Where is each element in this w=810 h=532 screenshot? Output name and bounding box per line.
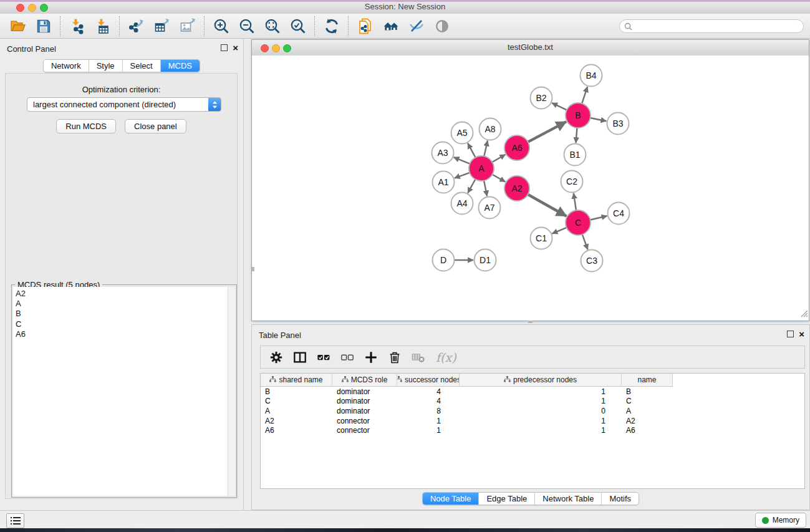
close-panel-button[interactable]: Close panel [125, 119, 186, 133]
select-all-rows-icon[interactable] [316, 349, 331, 365]
cell-successor-nodes[interactable]: 8 [397, 407, 460, 415]
cell-mcds-role[interactable]: connector [332, 417, 397, 425]
float-panel-icon[interactable] [221, 44, 228, 51]
graph-edge-B-B3[interactable] [591, 118, 607, 121]
frame-resize-tick[interactable] [528, 321, 533, 323]
hide-graphics-details-icon[interactable] [403, 16, 429, 37]
export-table-icon[interactable] [149, 16, 175, 37]
tab-network[interactable]: Network [44, 60, 89, 72]
cell-shared-name[interactable]: A2 [261, 417, 332, 425]
deselect-all-rows-icon[interactable] [339, 349, 355, 365]
column-header-mcds-role[interactable]: MCDS role [332, 374, 397, 387]
column-settings-gear-icon[interactable] [268, 349, 284, 365]
graph-edge-C-C1[interactable] [552, 228, 566, 234]
cell-shared-name[interactable]: C [261, 397, 332, 405]
table-row[interactable]: A2connector11A2 [261, 416, 804, 426]
import-table-icon[interactable] [90, 16, 115, 37]
graph-edge-A-A3[interactable] [454, 157, 470, 163]
cell-mcds-role[interactable]: connector [332, 426, 397, 435]
table-row[interactable]: Bdominator41B [261, 387, 804, 397]
graph-edge-A2-C[interactable] [528, 195, 566, 216]
graph-edge-B-B2[interactable] [552, 103, 567, 110]
run-mcds-button[interactable]: Run MCDS [56, 119, 116, 133]
delete-column-icon[interactable] [387, 349, 402, 365]
save-session-icon[interactable] [31, 16, 56, 37]
graph-edge-A-A2[interactable] [492, 175, 505, 182]
window-resize-grip[interactable] [799, 309, 808, 320]
graph-edge-B-B4[interactable] [582, 87, 587, 104]
cell-successor-nodes[interactable]: 1 [397, 426, 460, 435]
refresh-view-icon[interactable] [319, 16, 344, 37]
frame-resize-tick[interactable] [252, 267, 254, 271]
table-row[interactable]: A6connector11A6 [261, 425, 804, 435]
table-tab-network-table[interactable]: Network Table [535, 493, 602, 505]
graph-edge-B-B1[interactable] [576, 128, 577, 143]
export-image-icon[interactable] [175, 16, 200, 37]
zoom-out-icon[interactable] [234, 16, 259, 37]
cell-name[interactable]: A2 [622, 417, 673, 425]
cell-predecessor-nodes[interactable]: 1 [460, 387, 622, 396]
graph-edge-C-C4[interactable] [590, 216, 607, 220]
cell-mcds-role[interactable]: dominator [332, 397, 397, 405]
search-input[interactable] [619, 19, 804, 33]
graph-edge-A-A5[interactable] [468, 143, 475, 158]
table-tab-edge-table[interactable]: Edge Table [479, 493, 535, 505]
cell-name[interactable]: A6 [622, 426, 673, 435]
network-graph[interactable]: AA1A2A3A4A5A6A7A8BB1B2B3B4CC1C2C3C4DD1 [252, 56, 809, 321]
add-column-icon[interactable] [363, 349, 378, 365]
graph-edge-A-A6[interactable] [492, 155, 505, 162]
cell-name[interactable]: A [622, 407, 673, 415]
table-tab-node-table[interactable]: Node Table [423, 493, 480, 505]
float-panel-icon[interactable] [787, 331, 794, 337]
import-network-icon[interactable] [64, 16, 90, 37]
cell-predecessor-nodes[interactable]: 1 [460, 417, 622, 425]
cell-predecessor-nodes[interactable]: 1 [460, 426, 622, 435]
cell-mcds-role[interactable]: dominator [332, 407, 397, 415]
cell-predecessor-nodes[interactable]: 0 [460, 407, 622, 415]
tab-select[interactable]: Select [123, 60, 161, 72]
show-graphics-details-icon[interactable] [429, 16, 455, 37]
network-canvas[interactable]: AA1A2A3A4A5A6A7A8BB1B2B3B4CC1C2C3C4DD1 [252, 56, 809, 321]
graph-edge-C-C3[interactable] [582, 235, 588, 249]
column-header-name[interactable]: name [622, 374, 673, 387]
cell-successor-nodes[interactable]: 4 [397, 397, 460, 405]
open-home-icon[interactable] [378, 16, 403, 37]
graph-edge-A6-B[interactable] [528, 122, 566, 142]
mcds-result-item[interactable]: A [13, 299, 235, 309]
table-tab-motifs[interactable]: Motifs [602, 493, 639, 505]
export-network-icon[interactable] [123, 16, 149, 37]
column-header-predecessor-nodes[interactable]: predecessor nodes [460, 374, 622, 387]
mcds-result-item[interactable]: B [13, 309, 235, 319]
close-panel-icon[interactable]: × [233, 44, 238, 52]
cell-shared-name[interactable]: A6 [261, 426, 332, 435]
graph-edge-A-A1[interactable] [455, 173, 470, 178]
criterion-dropdown[interactable]: largest connected component (directed) [27, 97, 221, 112]
open-session-icon[interactable] [5, 16, 31, 37]
cell-successor-nodes[interactable]: 1 [397, 417, 460, 425]
cell-shared-name[interactable]: A [261, 407, 332, 415]
column-header-shared-name[interactable]: shared name [261, 374, 332, 387]
zoom-selected-icon[interactable] [285, 16, 311, 37]
column-header-successor-nodes[interactable]: successor nodes [397, 374, 460, 387]
result-scrollbar[interactable] [228, 287, 235, 496]
toggle-columns-icon[interactable] [292, 349, 307, 365]
table-row[interactable]: Cdominator41C [261, 397, 804, 407]
cell-successor-nodes[interactable]: 4 [397, 387, 460, 396]
duplicate-network-icon[interactable] [352, 16, 378, 37]
cell-name[interactable]: B [622, 387, 673, 396]
cell-name[interactable]: C [622, 397, 673, 405]
cell-shared-name[interactable]: B [261, 387, 332, 396]
graph-edge-A-A7[interactable] [484, 181, 487, 196]
cell-mcds-role[interactable]: dominator [332, 387, 397, 396]
zoom-fit-icon[interactable] [259, 16, 285, 37]
graph-edge-C-C2[interactable] [574, 193, 576, 210]
graph-edge-A-A8[interactable] [484, 141, 488, 157]
tab-mcds[interactable]: MCDS [161, 60, 200, 72]
tab-style[interactable]: Style [89, 60, 123, 72]
zoom-in-icon[interactable] [208, 16, 234, 37]
mcds-result-item[interactable]: C [13, 319, 235, 329]
memory-button[interactable]: Memory [755, 513, 806, 528]
table-row[interactable]: Adominator80A [261, 406, 804, 416]
close-panel-icon[interactable]: × [799, 330, 804, 338]
mcds-result-item[interactable]: A2 [13, 289, 235, 299]
